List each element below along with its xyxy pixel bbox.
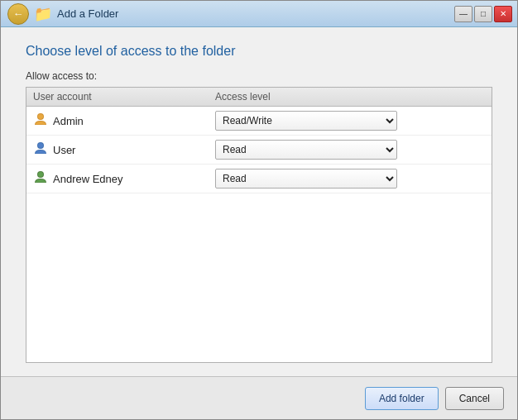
user-icon [33,141,48,159]
access-cell: ReadRead/WriteNo Access [215,111,485,131]
back-button[interactable]: ← [7,3,29,25]
svg-point-5 [38,172,43,177]
title-bar-controls: — □ ✕ [454,6,512,22]
title-bar: ← 📁 Add a Folder — □ ✕ [1,1,517,27]
access-level-select[interactable]: ReadRead/WriteNo Access [215,111,397,131]
main-window: ← 📁 Add a Folder — □ ✕ Choose level of a… [0,0,518,420]
user-cell: User [33,141,215,159]
access-level-select[interactable]: ReadRead/WriteNo Access [215,140,397,160]
user-name: Andrew Edney [53,173,123,185]
footer: Add folder Cancel [1,376,517,419]
folder-icon: 📁 [34,5,52,23]
table-row: UserReadRead/WriteNo Access [26,136,492,165]
svg-point-3 [38,143,43,148]
add-folder-button[interactable]: Add folder [365,387,439,410]
col-header-user: User account [33,91,215,103]
access-cell: ReadRead/WriteNo Access [215,140,485,160]
col-header-access: Access level [215,91,485,103]
table-body: AdminReadRead/WriteNo Access UserReadRea… [26,107,492,193]
user-cell: Andrew Edney [33,169,215,188]
table-row: AdminReadRead/WriteNo Access [26,107,492,136]
minimize-button[interactable]: — [454,6,472,22]
window-title: Add a Folder [57,7,118,20]
user-name: Admin [53,115,84,127]
maximize-button[interactable]: □ [474,6,492,22]
access-table: User account Access level AdminReadRead/… [26,87,492,363]
user-cell: Admin [33,112,215,130]
page-heading: Choose level of access to the folder [26,44,492,59]
close-button[interactable]: ✕ [494,6,512,22]
table-row: Andrew EdneyReadRead/WriteNo Access [26,165,492,193]
content-area: Choose level of access to the folder All… [1,27,517,376]
cancel-button[interactable]: Cancel [445,387,504,410]
svg-point-1 [38,114,43,119]
user-icon [33,112,48,130]
user-name: User [53,144,75,156]
title-bar-left: ← 📁 Add a Folder [7,3,118,25]
access-cell: ReadRead/WriteNo Access [215,169,485,189]
allow-label: Allow access to: [26,70,492,82]
access-level-select[interactable]: ReadRead/WriteNo Access [215,169,397,189]
table-header: User account Access level [26,88,492,107]
user-icon [33,169,48,188]
